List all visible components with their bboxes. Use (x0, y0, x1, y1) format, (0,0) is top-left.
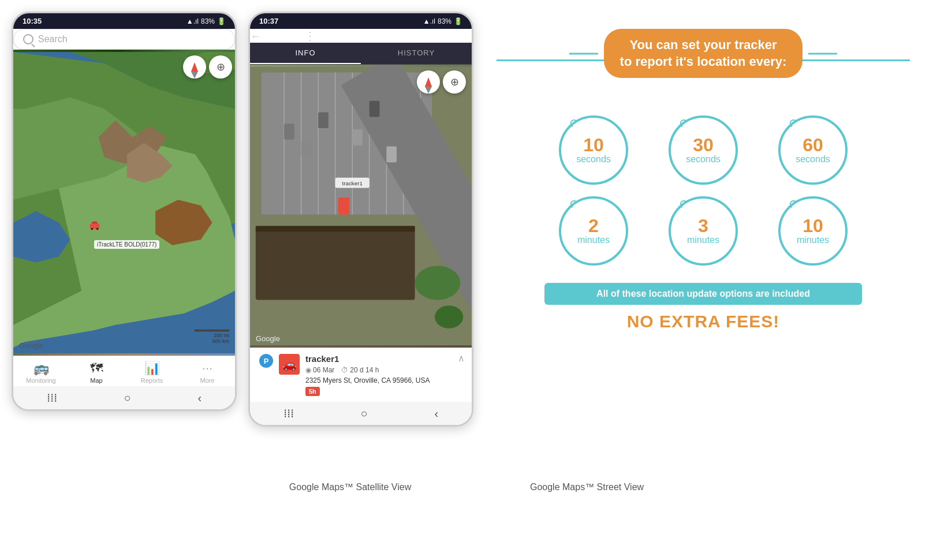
tracker-info-meta: ◉ 06 Mar ⏱ 20 d 14 h (305, 366, 462, 374)
phone2-caption: Google Maps™ Street View (530, 482, 644, 492)
satellite-map-svg (13, 50, 235, 356)
scroll-handle[interactable]: ∧ (458, 353, 465, 364)
time-circle-6: ↶ 10 minutes (778, 196, 848, 266)
main-container: 10:35 ▲.ıl 83% 🔋 Search (12, 12, 921, 473)
nav-reports[interactable]: 📊 Reports (124, 361, 180, 384)
time-circle-1: ↶ 10 seconds (559, 115, 628, 185)
monitoring-icon: 🚌 (33, 361, 49, 376)
nav-map[interactable]: 🗺 Map (69, 361, 124, 384)
svg-text:tracker1: tracker1 (342, 180, 363, 186)
phone1-time: 10:35 (23, 17, 42, 25)
map-icon: 🗺 (90, 361, 103, 376)
clock-icon: ◉ (305, 366, 311, 374)
circle-30sec: ↶ 30 seconds (654, 115, 752, 185)
phone2-map-area[interactable]: tracker1 ⊕ Google (250, 65, 472, 348)
nav-more[interactable]: ··· More (180, 361, 235, 384)
phone1-map-area[interactable]: ⊕ iTrackLTE BOLD(0177) Google (13, 50, 235, 356)
info-title-banner: You can set your tracker to report it's … (604, 29, 803, 78)
phone1-google-watermark: Google (19, 341, 43, 350)
captions-row: Google Maps™ Satellite View Google Maps™… (230, 482, 703, 492)
more-label: More (200, 377, 214, 384)
search-icon (23, 34, 33, 44)
time-circle-5: ↶ 3 minutes (669, 196, 738, 266)
phone2-signal: ▲.ıl (423, 17, 435, 25)
phone2-locate-button[interactable]: ⊕ (443, 70, 466, 94)
phone1-search-bar[interactable]: Search (13, 29, 235, 50)
svg-marker-11 (92, 222, 98, 224)
info-title-line1: You can set your tracker (620, 37, 787, 54)
car-icon (88, 219, 101, 232)
meta-duration: ⏱ 20 d 14 h (341, 366, 379, 374)
phone2-battery: 83% (438, 17, 451, 25)
reports-icon: 📊 (144, 361, 160, 376)
arrow-icon-1: ↶ (565, 115, 582, 133)
circle-3min: ↶ 3 minutes (654, 196, 752, 266)
svg-rect-32 (301, 141, 312, 157)
fee-banner: All of these location update options are… (544, 283, 862, 305)
phone2-gesture-bar: ⁞⁞⁞ ○ ‹ (250, 402, 472, 425)
circle-10min: ↶ 10 minutes (764, 196, 862, 266)
nav-monitoring[interactable]: 🚌 Monitoring (13, 361, 69, 384)
gesture-menu-icon2[interactable]: ⁞⁞⁞ (283, 406, 294, 420)
aerial-map-background: tracker1 ⊕ Google (250, 65, 472, 348)
more-options-button[interactable]: ⋮ (304, 29, 316, 42)
info-panel: You can set your tracker to report it's … (485, 12, 921, 473)
phone1-locate-button[interactable]: ⊕ (209, 55, 232, 79)
tracker-car-icon: 🚗 (279, 354, 300, 375)
phone1-status-icons: ▲.ıl 83% 🔋 (186, 17, 226, 25)
tracker-date: 06 Mar (313, 366, 334, 374)
phone2-tracker-tabs: INFO HISTORY (250, 43, 472, 65)
time-number-2: 30 (693, 136, 714, 154)
battery-icon2: 🔋 (454, 17, 462, 25)
timer-icon: ⏱ (341, 366, 348, 374)
locate-icon2: ⊕ (450, 76, 459, 88)
time-unit-5: minutes (687, 235, 719, 245)
phone2-google-watermark: Google (256, 334, 280, 343)
map-label: Map (90, 377, 102, 384)
phone1-battery: 83% (201, 17, 215, 25)
car-marker (88, 219, 101, 234)
more-icon: ··· (202, 361, 212, 376)
arrow-icon-6: ↶ (785, 196, 801, 214)
phone2-tracker-info-panel: P 🚗 tracker1 ◉ 06 Mar ⏱ 20 d 14 h 2325 M… (250, 348, 472, 402)
tracker-info-name: tracker1 (305, 354, 462, 364)
scale-500km: 500 km (195, 338, 229, 344)
phone2-compass-button[interactable] (417, 70, 440, 94)
circles-grid: ↶ 10 seconds ↶ 30 seconds ↶ 60 seconds (544, 115, 862, 266)
tab-history-label: HISTORY (398, 48, 435, 57)
time-number-1: 10 (583, 136, 604, 154)
phone1-tracker-label: iTrackLTE BOLD(0177) (94, 240, 159, 249)
tracker-address: 2325 Myers St, Oroville, CA 95966, USA (305, 376, 462, 384)
svg-rect-33 (318, 113, 329, 129)
gesture-home-icon2[interactable]: ○ (361, 407, 368, 420)
phone1-compass-button[interactable] (183, 55, 206, 79)
gesture-menu-icon[interactable]: ⁞⁞⁞ (47, 391, 57, 405)
tab-info-label: INFO (295, 48, 315, 57)
tracker-info-content: tracker1 ◉ 06 Mar ⏱ 20 d 14 h 2325 Myers… (305, 354, 462, 396)
gesture-back-icon[interactable]: ‹ (197, 391, 201, 405)
time-unit-2: seconds (686, 154, 721, 165)
time-unit-3: seconds (796, 154, 830, 165)
tab-info[interactable]: INFO (250, 43, 361, 64)
svg-rect-30 (338, 197, 350, 215)
svg-point-13 (96, 228, 99, 230)
svg-rect-36 (386, 147, 397, 163)
compass-arrow-icon2 (425, 77, 432, 87)
satellite-map-background: ⊕ iTrackLTE BOLD(0177) Google (13, 50, 235, 356)
tab-history[interactable]: HISTORY (361, 43, 472, 64)
svg-rect-27 (256, 226, 415, 232)
gesture-home-icon[interactable]: ○ (124, 391, 131, 405)
time-circle-2: ↶ 30 seconds (669, 115, 738, 185)
svg-point-29 (435, 305, 463, 328)
back-arrow-button[interactable]: ← (250, 29, 262, 42)
time-number-4: 2 (588, 216, 599, 235)
tracker-duration: 20 d 14 h (350, 366, 379, 374)
arrow-icon-4: ↶ (565, 196, 582, 214)
scale-200mi: 200 mi (195, 333, 229, 338)
svg-rect-26 (256, 226, 415, 300)
time-circle-3: ↶ 60 seconds (778, 115, 848, 185)
phone2-time: 10:37 (259, 17, 278, 25)
gesture-back-icon2[interactable]: ‹ (434, 407, 438, 420)
svg-point-12 (91, 228, 94, 230)
phone2-status-icons: ▲.ıl 83% 🔋 (423, 17, 462, 25)
